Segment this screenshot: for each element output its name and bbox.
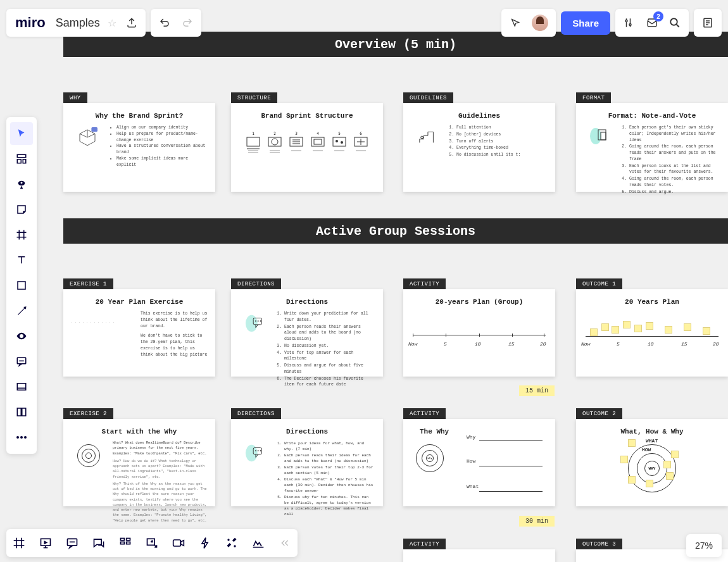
card-outcome-1[interactable]: 20 Years Plan Now 5 10 15 20	[576, 289, 728, 377]
svg-text:4: 4	[317, 131, 319, 135]
card-outcome-2[interactable]: What, How & Why WHY WHAT HOW	[576, 419, 728, 506]
share-button[interactable]: Share	[561, 11, 610, 35]
eye-tool[interactable]	[10, 325, 33, 347]
card-why[interactable]: Why the Brand Sprint? Align on our compa…	[63, 103, 215, 192]
settings-icon[interactable]	[622, 15, 637, 30]
card-label: DIRECTIONS	[231, 408, 281, 420]
frames-panel-icon[interactable]	[11, 535, 27, 551]
inbox-icon[interactable]: 2	[644, 15, 660, 30]
card-directions-1[interactable]: Directions Write down your prediction fo…	[231, 289, 383, 377]
card-format[interactable]: Format: Note-and-Vote Each person get's …	[576, 103, 728, 192]
svg-rect-76	[17, 384, 26, 390]
svg-rect-63	[23, 159, 26, 163]
list-item: Each person looks at the list and votes …	[629, 163, 720, 176]
select-tool[interactable]	[10, 122, 33, 145]
card-title: 20-years Plan (Group)	[403, 289, 555, 311]
list-item: Discuss and argue.	[629, 189, 720, 196]
svg-rect-79	[22, 408, 26, 416]
search-icon[interactable]	[667, 15, 682, 30]
card-label: FORMAT	[576, 92, 611, 104]
card-title: Directions	[231, 289, 383, 311]
section-header-sessions: Active Group Sessions	[63, 218, 728, 244]
cursor-icon[interactable]	[508, 15, 523, 30]
sticky-tool[interactable]	[10, 198, 33, 221]
shape-tool[interactable]	[10, 274, 33, 297]
chat-icon	[239, 440, 272, 518]
avatar[interactable]	[530, 13, 549, 32]
card-label: ACTIVITY	[403, 539, 446, 550]
comments-icon[interactable]	[65, 535, 80, 551]
svg-rect-94	[127, 539, 130, 540]
svg-rect-23	[314, 139, 322, 144]
tools-group: 2	[615, 9, 689, 37]
svg-point-82	[24, 436, 27, 439]
card-activity-2[interactable]: The Why why Why How What	[403, 419, 555, 506]
bullet: Align on our company identity	[116, 125, 208, 131]
list-item: Each person reads their ideas for each a…	[284, 453, 375, 464]
card-tool[interactable]	[10, 375, 33, 398]
export-icon[interactable]	[124, 15, 139, 30]
screenshare-icon[interactable]	[144, 535, 160, 551]
svg-point-36	[590, 128, 601, 144]
card-label: OUTCOME 2	[576, 408, 622, 420]
step-sketch-icon: 5	[330, 130, 348, 155]
pen-tool[interactable]	[10, 173, 33, 196]
timer-icon[interactable]	[251, 535, 266, 551]
svg-point-48	[260, 450, 261, 451]
undo-icon[interactable]	[157, 15, 172, 30]
card-title: Guidelines	[403, 103, 555, 125]
card-activity-1[interactable]: 20-years Plan (Group) Now 5 10 15 20	[403, 289, 555, 377]
svg-point-98	[227, 539, 229, 540]
text-tool[interactable]	[10, 249, 33, 272]
voting-icon[interactable]	[224, 535, 239, 551]
svg-point-28	[341, 141, 343, 144]
svg-rect-62	[17, 159, 21, 163]
svg-point-73	[21, 335, 23, 337]
kanban-tool[interactable]	[10, 401, 33, 423]
star-icon[interactable]: ☆	[108, 17, 116, 29]
svg-text:3: 3	[295, 131, 298, 135]
card-text: What? What does RealtimeBoard do? Descri…	[113, 440, 208, 456]
card-exercise-1[interactable]: 20 Year Plan Exercise · · · · · · · · · …	[63, 289, 215, 377]
notes-icon[interactable]	[700, 15, 715, 30]
miro-logo[interactable]: miro	[13, 15, 48, 31]
chat-panel-icon[interactable]	[91, 535, 106, 551]
canvas[interactable]: Overview (5 min) Active Group Sessions W…	[0, 0, 728, 562]
card-exercise-2[interactable]: Start with the Why What? What does Realt…	[63, 419, 215, 506]
card-title: Format: Note-and-Vote	[576, 103, 728, 125]
card-structure[interactable]: Brand Sprint Structure 1 2 3 4 5 6	[231, 103, 383, 192]
list-item: Vote for top answer for each milestone	[284, 350, 375, 363]
activity-icon[interactable]	[198, 535, 213, 551]
list-item: No discussion until its t:	[456, 152, 520, 158]
tick-label: 10	[648, 341, 654, 347]
svg-point-80	[16, 436, 19, 439]
template-tool[interactable]	[10, 147, 33, 170]
line-tool[interactable]	[10, 299, 33, 322]
svg-point-41	[255, 320, 256, 322]
card-directions-2[interactable]: Directions Write your ideas for what, ho…	[231, 419, 383, 506]
svg-point-46	[255, 450, 256, 451]
redo-icon[interactable]	[180, 15, 195, 30]
board-name[interactable]: Samples	[56, 16, 100, 30]
tick-label: 15	[508, 341, 515, 347]
bullet: Help us prepare for product/name-change …	[116, 131, 208, 144]
svg-rect-93	[121, 542, 125, 544]
card-title: 20 Year Plan Exercise	[63, 289, 215, 311]
frame-tool[interactable]	[10, 223, 33, 246]
svg-point-81	[20, 436, 23, 439]
presence-group	[501, 9, 556, 37]
card-activity-3[interactable]	[403, 549, 555, 562]
cards-panel-icon[interactable]	[118, 535, 133, 551]
zoom-level[interactable]: 27%	[686, 534, 722, 557]
video-icon[interactable]	[171, 535, 186, 551]
card-title: The Why	[403, 419, 555, 440]
more-tools-icon[interactable]	[10, 426, 33, 449]
card-title: Why the Brand Sprint?	[63, 103, 215, 125]
svg-rect-22	[311, 137, 324, 146]
collapse-icon[interactable]	[277, 535, 292, 551]
topbar: miro Samples ☆ Share 2	[0, 0, 728, 39]
present-icon[interactable]	[38, 535, 53, 551]
card-guidelines[interactable]: Guidelines Full attention No [other] dev…	[403, 103, 555, 192]
comment-tool[interactable]	[10, 350, 33, 373]
svg-text:6: 6	[360, 131, 362, 135]
